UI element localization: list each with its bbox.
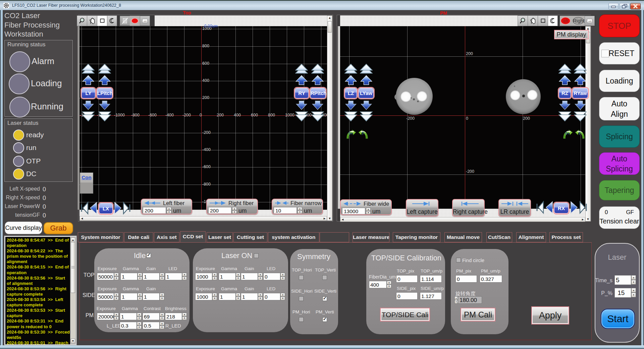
svg-text:eft: eft [563,18,568,23]
svg-text:Right: Right [573,18,585,23]
